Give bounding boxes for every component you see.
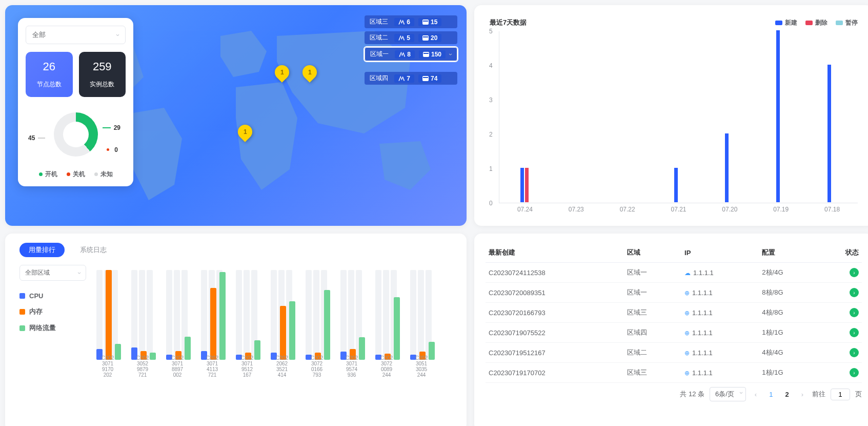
bar	[674, 168, 678, 202]
region-list: 区域三615区域二520区域一8150区域四774	[365, 15, 457, 85]
status-donut: 29 0 45	[26, 106, 126, 163]
globe-icon: ⊕	[684, 370, 690, 377]
th-ip: IP	[681, 243, 759, 263]
seven-day-chart: 最近7天数据 新建 删除 暂停 01234507.2407.2307.2207.…	[474, 5, 868, 226]
usage-panel: 用量排行 系统日志 全部区域 CPU 内存 网络流量 C202307191702…	[5, 234, 467, 426]
usage-bar-group	[306, 290, 330, 360]
region-item[interactable]: 区域一8150	[365, 47, 457, 61]
region-item[interactable]: 区域二520	[365, 31, 457, 44]
status-dot: ›	[850, 308, 859, 317]
pager-prev[interactable]: ‹	[751, 390, 760, 399]
stat-instances: 259 实例总数	[79, 52, 126, 97]
status-dot: ›	[850, 268, 859, 277]
chart-area: 01234507.2407.2307.2207.2107.2007.1907.1…	[499, 31, 858, 203]
th-region: 区域	[624, 243, 681, 263]
bar	[827, 65, 831, 202]
pager-1[interactable]: 1	[765, 390, 776, 399]
bar	[776, 30, 780, 202]
status-dot: ›	[850, 348, 859, 357]
usage-label: C20230719512167	[234, 355, 260, 378]
legend-cpu[interactable]: CPU	[19, 292, 86, 300]
pager-next[interactable]: ›	[798, 390, 807, 399]
bar	[525, 168, 529, 202]
region-item[interactable]: 区域四774	[365, 72, 457, 85]
legend-unknown: 未知	[94, 170, 113, 179]
pager-2[interactable]: 2	[781, 390, 792, 399]
pager: 共 12 条 6条/页 ‹ 1 2 › 前往 页	[486, 383, 862, 401]
chart-title: 最近7天数据	[490, 18, 527, 27]
legend-net[interactable]: 网络流量	[19, 323, 86, 333]
legend-mem[interactable]: 内存	[19, 307, 86, 316]
usage-bar-group	[96, 270, 121, 360]
usage-label: C20230719574936	[339, 355, 365, 378]
stat-nodes: 26 节点总数	[26, 52, 73, 97]
bar	[520, 168, 524, 202]
table-row[interactable]: C20230720166793区域三⊕1.1.1.14核/8G›	[486, 303, 862, 323]
pager-input[interactable]	[831, 389, 850, 400]
legend-del[interactable]: 删除	[805, 18, 827, 27]
usage-region-select[interactable]: 全部区域	[19, 265, 86, 281]
tab-syslog[interactable]: 系统日志	[71, 243, 116, 257]
table-row[interactable]: C20230720089351区域一⊕1.1.1.18核/8G›	[486, 283, 862, 303]
legend-on: 开机	[39, 170, 57, 179]
table-row[interactable]: C20230724112538区域一☁1.1.1.12核/4G›	[486, 263, 862, 283]
map-marker[interactable]: 1	[302, 65, 317, 85]
table-panel: 最新创建 区域 IP 配置 状态 C20230724112538区域一☁1.1.…	[474, 234, 868, 426]
instance-table: 最新创建 区域 IP 配置 状态 C20230724112538区域一☁1.1.…	[486, 243, 862, 383]
control-panel: 全部 26 节点总数 259 实例总数 29 0 45 开机 关机	[18, 18, 133, 186]
status-dot: ›	[850, 368, 859, 377]
pager-size[interactable]: 6条/页	[710, 387, 746, 401]
th-spec: 配置	[759, 243, 819, 263]
table-row[interactable]: C20230719170702区域三⊕1.1.1.11核/1G›	[486, 363, 862, 383]
region-item[interactable]: 区域三615	[365, 15, 457, 28]
th-name: 最新创建	[486, 243, 624, 263]
usage-label: C20230529879721	[130, 355, 155, 378]
globe-icon: ⊕	[684, 309, 690, 317]
table-row[interactable]: C20230719512167区域二⊕1.1.1.14核/4G›	[486, 343, 862, 363]
legend-new[interactable]: 新建	[775, 18, 797, 27]
usage-bar-group	[201, 272, 226, 360]
usage-label: C20230718897002	[165, 355, 190, 378]
usage-bar-group	[375, 297, 400, 360]
usage-chart: C20230719170202C20230529879721C202307188…	[96, 265, 452, 378]
map-marker[interactable]: 1	[238, 125, 252, 144]
legend-off: 关机	[67, 170, 85, 179]
tab-usage[interactable]: 用量排行	[19, 243, 65, 257]
bar	[725, 133, 729, 202]
usage-label: C20230720089244	[374, 355, 399, 378]
th-status: 状态	[819, 243, 862, 263]
legend-pause[interactable]: 暂停	[836, 18, 858, 27]
region-select[interactable]: 全部	[26, 26, 126, 44]
usage-label: C20230513035244	[409, 355, 434, 378]
map-panel: 全部 26 节点总数 259 实例总数 29 0 45 开机 关机	[5, 5, 467, 226]
table-row[interactable]: C20230719075522区域四⊕1.1.1.11核/1G›	[486, 323, 862, 343]
usage-label: C20230720166793	[304, 355, 330, 378]
usage-bar-group	[271, 301, 295, 360]
globe-icon: ☁	[684, 269, 691, 277]
usage-label: C20230714113721	[199, 355, 225, 378]
usage-label: C20230719170202	[95, 355, 120, 378]
globe-icon: ⊕	[684, 350, 690, 357]
status-dot: ›	[850, 288, 859, 297]
usage-label: C20220623521414	[269, 355, 295, 378]
globe-icon: ⊕	[684, 330, 690, 337]
table-body: C20230724112538区域一☁1.1.1.12核/4G›C2023072…	[486, 263, 862, 383]
pager-total: 共 12 条	[680, 390, 704, 399]
status-dot: ›	[850, 328, 859, 337]
globe-icon: ⊕	[684, 289, 690, 297]
map-marker[interactable]: 1	[275, 65, 289, 85]
